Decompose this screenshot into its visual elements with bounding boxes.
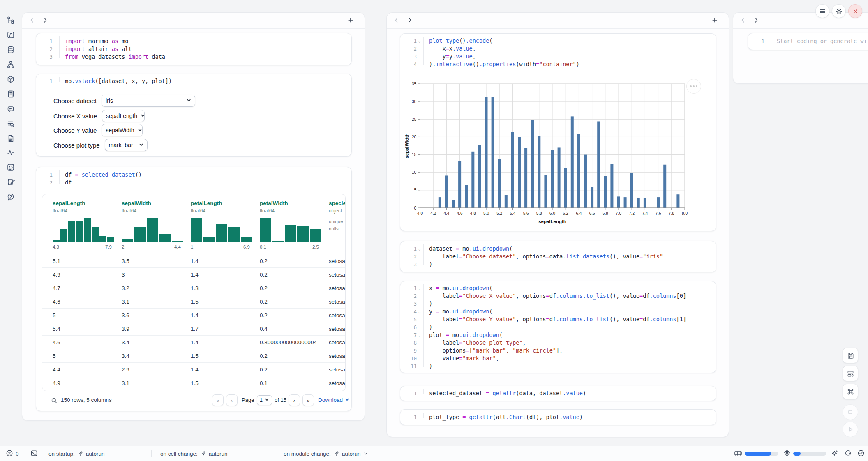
sidebar-item-datasources[interactable] [5,44,17,57]
svg-text:6.4: 6.4 [576,211,582,216]
column-prev-button[interactable] [738,16,748,25]
column-histogram[interactable] [122,218,183,242]
choose-y-value-select[interactable]: sepalWidth [102,124,143,136]
fold-chevron-icon[interactable]: ⌄ [418,308,420,316]
code-editor[interactable]: 1mo.vstack([dataset, x, y, plot]) [36,74,351,85]
ai-assist-button[interactable] [831,446,838,461]
code-editor[interactable]: 1plot_type = getattr(alt.Chart(df), plot… [400,410,716,421]
layout-button[interactable] [843,366,858,381]
add-cell-button[interactable] [710,16,720,25]
code-editor[interactable]: 1Start coding or generate with [748,33,868,45]
dropdown-label: Choose dataset [53,97,97,104]
column-header [387,13,729,29]
sidebar-item-help[interactable] [5,191,17,204]
bolt-icon [201,450,207,457]
sidebar-item-logs[interactable] [5,89,17,101]
fold-chevron-icon[interactable]: ⌄ [418,332,420,339]
line-number: 1 [400,390,417,397]
table-cell: 5 [53,309,56,322]
error-count[interactable]: 0 [6,446,19,461]
svg-text:5.6: 5.6 [523,211,529,216]
column-next-button[interactable] [751,16,761,25]
terminal-button[interactable] [30,446,38,461]
column-next-button[interactable] [40,16,50,25]
column-histogram[interactable] [260,218,321,242]
table-cell: 1.4 [191,309,199,322]
sidebar-item-documentation[interactable] [5,133,17,145]
table-cell: 3.6 [122,309,129,322]
dropdown-row: Choose X valuesepalLength [53,110,145,122]
download-button[interactable]: Download [318,397,349,403]
choose-x-value-select[interactable]: sepalLength [102,110,145,122]
autorun-config-0[interactable]: on startup: autorun [48,446,105,461]
column-header-sepalWidth[interactable]: sepalWidth [122,200,151,206]
next-page-button[interactable]: › [289,394,300,406]
search-icon[interactable] [51,397,58,406]
code-editor[interactable]: 1selected_dataset = getattr(data, datase… [400,386,716,397]
fold-chevron-icon[interactable]: ⌄ [418,37,420,45]
code-editor[interactable]: 1df = selected_dataset()2df [36,167,351,187]
chevron-left-icon [29,17,35,25]
code-editor[interactable]: 1⌄x = mo.ui.dropdown(2 label="Choose X v… [400,281,716,370]
column-header-sepalLength[interactable]: sepalLength [53,200,85,206]
check-circle-icon [857,449,865,458]
sidebar-item-dependency-graph[interactable] [5,59,17,71]
run-all-button[interactable] [843,422,858,437]
sidebar-item-scratchpad[interactable] [5,177,17,189]
svg-text:5.8: 5.8 [536,211,542,216]
prev-page-button[interactable]: ‹ [226,394,238,406]
code-line: y=y.value, [429,53,476,60]
sidebar-item-packages[interactable] [5,74,17,86]
stop-button[interactable] [843,404,858,420]
add-cell-button[interactable] [346,16,356,25]
code-editor[interactable]: 1⌄dataset = mo.ui.dropdown(2 label="Choo… [400,241,716,268]
line-number: 1 [36,37,53,45]
svg-text:0: 0 [414,206,416,210]
fold-chevron-icon[interactable]: ⌄ [418,285,420,293]
shutdown-button[interactable] [848,4,862,18]
choose-plot-type-select[interactable]: mark_bar [105,139,148,151]
column-next-button[interactable] [405,16,415,25]
line-number: 5 [400,316,417,323]
column-histogram[interactable] [53,218,114,242]
column-prev-button[interactable] [27,16,37,25]
autorun-config-1[interactable]: on cell change: autorun [160,446,228,461]
column-header-petalLength[interactable]: petalLength [191,200,222,206]
column-histogram[interactable] [191,218,252,242]
svg-text:25: 25 [412,117,417,122]
code-line: x=x.value, [429,45,476,53]
table-row: 4.931.40.2setosa [42,267,345,281]
column-prev-button[interactable] [392,16,402,25]
sidebar-item-file-explorer[interactable] [5,15,17,27]
table-cell: setosa [329,295,345,309]
df-cell: 1df = selected_dataset()2dfsepalLengthfl… [36,167,352,411]
sidebar-item-functions[interactable] [5,30,17,42]
first-page-button[interactable]: « [212,394,224,406]
save-button[interactable] [843,348,858,363]
sidebar-item-chat[interactable] [5,104,17,116]
sidebar-item-variables[interactable] [5,118,17,131]
connection-status[interactable] [857,446,865,461]
play-icon [847,426,854,433]
chevron-right-icon [406,17,413,25]
code-editor[interactable]: 1import marimo as mo2import altair as al… [36,33,351,61]
table-cell: setosa [329,349,345,363]
table-cell: 1.7 [191,322,199,336]
altair-bar-chart[interactable]: 4.04.24.44.64.85.05.25.45.65.86.06.26.46… [404,74,708,231]
last-page-button[interactable]: » [302,394,314,406]
page-select[interactable]: 1 [257,395,272,405]
sidebar-item-tracing[interactable] [5,147,17,159]
column-header-species[interactable]: species [329,200,346,206]
choose-dataset-select[interactable]: iris [102,95,195,107]
svg-text:6.8: 6.8 [603,211,608,216]
settings-button[interactable] [832,4,846,18]
menu-button[interactable] [815,4,829,18]
code-editor[interactable]: 1⌄plot_type().encode(2 x=x.value,3 y=y.v… [400,34,716,68]
autorun-config-2[interactable]: on module change: autorun [284,446,368,461]
chart-actions-button[interactable] [686,79,701,94]
keyboard-shortcuts-button[interactable] [843,384,858,399]
sidebar-item-snippets[interactable] [5,162,17,174]
copilot-button[interactable] [844,446,852,461]
fold-chevron-icon[interactable]: ⌄ [418,245,420,253]
column-header-petalWidth[interactable]: petalWidth [260,200,288,206]
